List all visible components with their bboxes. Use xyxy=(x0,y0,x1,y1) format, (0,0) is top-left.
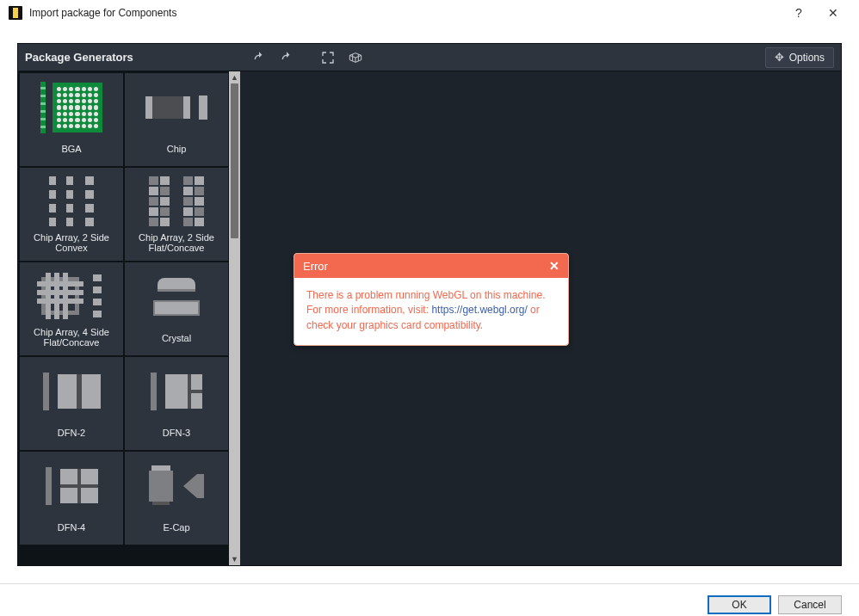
sidebar-scrollbar[interactable]: ▲ ▼ xyxy=(228,71,240,565)
chip-array-flat-icon xyxy=(127,171,226,232)
preview-pane: ✥ Options Error ✕ There is a problem run… xyxy=(240,44,841,565)
crystal-icon xyxy=(127,266,226,328)
window-title: Import package for Components xyxy=(29,7,176,19)
move-icon: ✥ xyxy=(775,51,784,64)
dialog-footer: OK Cancel xyxy=(0,583,859,616)
preview-canvas[interactable]: Error ✕ There is a problem running WebGL… xyxy=(240,71,841,565)
error-title: Error xyxy=(303,260,328,273)
redo-icon xyxy=(280,51,294,65)
package-tile-chip-array-4-flat[interactable]: Chip Array, 4 Side Flat/Concave xyxy=(20,262,123,355)
error-message: There is a problem running WebGL on this… xyxy=(294,278,568,345)
error-close-button[interactable]: ✕ xyxy=(549,259,559,273)
preview-toolbar: ✥ Options xyxy=(240,44,841,71)
package-label: Chip Array, 4 Side Flat/Concave xyxy=(22,327,121,348)
zoom-fit-icon xyxy=(321,51,335,65)
package-tile-crystal[interactable]: Crystal xyxy=(125,262,228,355)
close-button[interactable]: ✕ xyxy=(816,0,850,26)
package-tile-dfn2[interactable]: DFN-2 xyxy=(20,357,123,450)
package-tile-chip[interactable]: Chip xyxy=(125,73,228,166)
scroll-down-icon[interactable]: ▼ xyxy=(229,553,240,565)
error-dialog: Error ✕ There is a problem running WebGL… xyxy=(294,253,569,346)
package-label: BGA xyxy=(58,139,84,159)
package-label: Chip Array, 2 Side Convex xyxy=(22,232,121,254)
package-tile-dfn3[interactable]: DFN-3 xyxy=(125,357,228,450)
redo-button[interactable] xyxy=(275,47,299,68)
package-label: Chip Array, 2 Side Flat/Concave xyxy=(127,232,226,254)
scroll-up-icon[interactable]: ▲ xyxy=(229,71,240,83)
package-tile-dfn4[interactable]: DFN-4 xyxy=(20,452,123,545)
titlebar: Import package for Components ? ✕ xyxy=(0,0,859,26)
package-tile-chip-array-2-convex[interactable]: Chip Array, 2 Side Convex xyxy=(20,168,123,261)
package-tile-ecap[interactable]: E-Cap xyxy=(125,452,228,545)
package-label: Chip xyxy=(164,139,190,159)
help-button[interactable]: ? xyxy=(782,0,816,26)
dfn4-icon xyxy=(22,455,121,517)
package-label: DFN-4 xyxy=(54,517,89,538)
grid-icon xyxy=(349,51,362,65)
ok-button[interactable]: OK xyxy=(708,595,771,614)
chip-array-4side-icon xyxy=(22,266,121,327)
bga-icon xyxy=(22,77,121,139)
package-tile-bga[interactable]: BGA xyxy=(20,73,123,166)
package-label: Crystal xyxy=(158,328,195,348)
chip-icon xyxy=(127,77,226,139)
app-icon xyxy=(9,6,22,20)
package-label: E-Cap xyxy=(159,517,193,538)
options-label: Options xyxy=(789,52,825,64)
undo-button[interactable] xyxy=(247,47,271,68)
package-tile-chip-array-2-flat[interactable]: Chip Array, 2 Side Flat/Concave xyxy=(125,168,228,261)
undo-icon xyxy=(252,51,266,65)
error-link[interactable]: https://get.webgl.org/ xyxy=(431,304,527,316)
sidebar-title: Package Generators xyxy=(18,44,240,71)
package-label: DFN-2 xyxy=(54,422,89,443)
options-button[interactable]: ✥ Options xyxy=(765,47,834,68)
dfn3-icon xyxy=(127,360,226,422)
grid-view-button[interactable] xyxy=(343,47,368,68)
dfn2-icon xyxy=(22,360,121,422)
chip-array-convex-icon xyxy=(22,171,121,232)
workspace: Package Generators xyxy=(17,43,842,566)
ecap-icon xyxy=(127,455,226,517)
package-label: DFN-3 xyxy=(159,422,194,443)
sidebar: Package Generators xyxy=(18,44,240,565)
zoom-fit-button[interactable] xyxy=(316,47,340,68)
scroll-thumb[interactable] xyxy=(231,83,238,238)
package-grid: BGA Chip xyxy=(18,71,228,565)
cancel-button[interactable]: Cancel xyxy=(778,595,842,614)
